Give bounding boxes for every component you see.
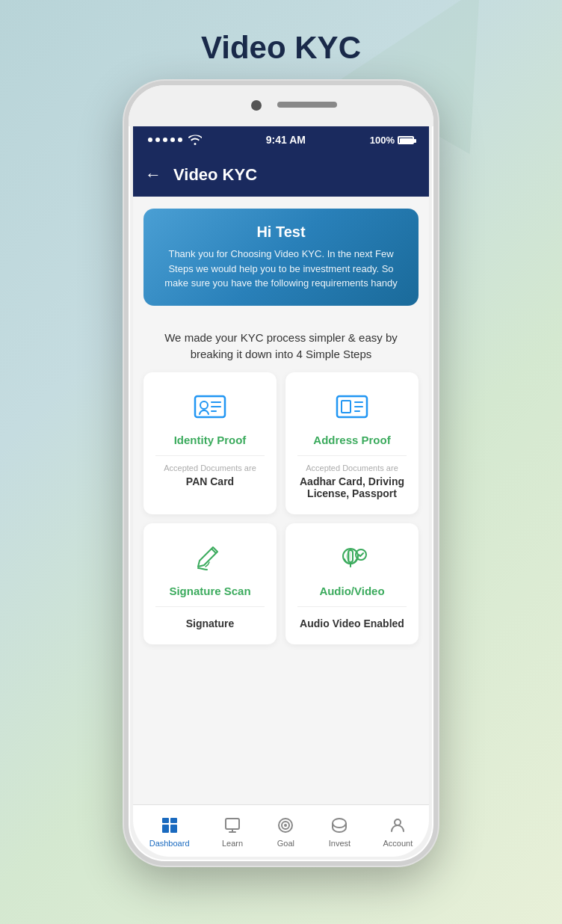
signature-docs-value: Signature <box>186 617 235 629</box>
svg-rect-15 <box>170 818 177 823</box>
svg-rect-18 <box>226 819 239 829</box>
address-divider <box>297 455 407 456</box>
battery-fill <box>400 138 413 144</box>
svg-rect-16 <box>162 825 169 833</box>
power-button <box>435 235 438 295</box>
identity-divider <box>155 455 265 456</box>
nav-dashboard[interactable]: Dashboard <box>149 815 190 848</box>
learn-label: Learn <box>222 839 243 848</box>
audio-video-docs-value: Audio Video Enabled <box>300 617 404 629</box>
audio-video-divider <box>297 606 407 607</box>
svg-rect-17 <box>170 825 177 833</box>
volume-up-button <box>124 220 127 257</box>
address-title: Address Proof <box>313 434 390 446</box>
svg-point-24 <box>395 819 401 825</box>
screen-content[interactable]: Hi Test Thank you for Choosing Video KYC… <box>133 197 429 804</box>
bottom-nav: Dashboard Learn <box>133 804 429 857</box>
front-camera <box>251 100 262 111</box>
nav-invest[interactable]: Invest <box>329 815 351 848</box>
svg-rect-6 <box>342 401 351 413</box>
welcome-greeting: Hi Test <box>155 224 407 241</box>
status-left <box>148 135 202 145</box>
signature-title: Signature Scan <box>169 585 250 597</box>
svg-point-23 <box>284 824 287 827</box>
identity-icon <box>191 387 229 426</box>
audio-video-title: Audio/Video <box>319 585 384 597</box>
kyc-description: We made your KYC process simpler & easy … <box>133 318 429 372</box>
battery-icon <box>398 136 414 144</box>
signature-icon <box>191 538 229 577</box>
volume-down-button <box>124 268 127 306</box>
signal-dot-1 <box>148 138 152 142</box>
wifi-icon <box>188 135 202 145</box>
signature-divider <box>155 606 265 607</box>
identity-proof-card[interactable]: Identity Proof Accepted Documents are PA… <box>143 372 277 514</box>
header-title: Video KYC <box>173 165 257 185</box>
welcome-message: Thank you for Choosing Video KYC. In the… <box>155 247 407 291</box>
dashboard-label: Dashboard <box>149 839 190 848</box>
back-button[interactable]: ← <box>145 165 161 185</box>
phone-screen: 9:41 AM 100% ← Video KYC Hi Test Thank y… <box>133 126 429 857</box>
signature-scan-card[interactable]: Signature Scan Signature <box>143 523 277 644</box>
battery-percent: 100% <box>370 135 395 146</box>
nav-learn[interactable]: Learn <box>222 815 243 848</box>
page-title: Video KYC <box>201 30 361 66</box>
nav-goal[interactable]: Goal <box>275 815 296 848</box>
address-proof-card[interactable]: Address Proof Accepted Documents are Aad… <box>285 372 419 514</box>
app-header: ← Video KYC <box>133 153 429 197</box>
signal-dot-2 <box>155 138 160 142</box>
svg-point-1 <box>200 401 208 409</box>
audio-video-icon <box>333 538 371 577</box>
account-icon <box>387 815 408 836</box>
audio-video-card[interactable]: Audio/Video Audio Video Enabled <box>285 523 419 644</box>
dashboard-icon <box>159 815 180 836</box>
phone-speaker <box>277 102 337 108</box>
welcome-banner: Hi Test Thank you for Choosing Video KYC… <box>143 209 419 306</box>
identity-docs-label: Accepted Documents are <box>164 463 256 472</box>
account-label: Account <box>383 839 413 848</box>
goal-label: Goal <box>277 839 294 848</box>
phone-frame: 9:41 AM 100% ← Video KYC Hi Test Thank y… <box>124 81 438 866</box>
invest-icon <box>329 815 350 836</box>
status-time: 9:41 AM <box>266 134 306 146</box>
learn-icon <box>222 815 243 836</box>
invest-label: Invest <box>329 839 351 848</box>
address-docs-value: Aadhar Card, Driving License, Passport <box>297 475 407 499</box>
identity-docs-value: PAN Card <box>186 475 234 487</box>
signal-dot-4 <box>170 138 175 142</box>
svg-rect-14 <box>162 818 169 823</box>
nav-account[interactable]: Account <box>383 815 413 848</box>
cards-grid: Identity Proof Accepted Documents are PA… <box>133 372 429 656</box>
goal-icon <box>275 815 296 836</box>
phone-notch <box>129 85 433 126</box>
status-bar: 9:41 AM 100% <box>133 126 429 153</box>
status-right: 100% <box>370 135 414 146</box>
address-docs-label: Accepted Documents are <box>306 463 398 472</box>
address-icon <box>333 387 371 426</box>
signal-dot-5 <box>178 138 182 142</box>
identity-title: Identity Proof <box>174 434 247 446</box>
signal-dot-3 <box>163 138 167 142</box>
